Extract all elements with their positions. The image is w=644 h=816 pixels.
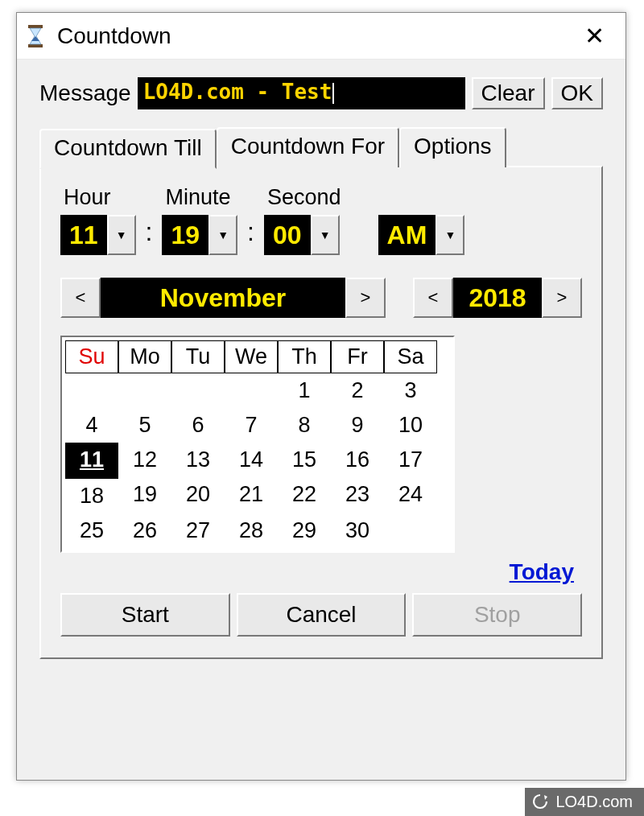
chevron-right-icon: > — [557, 287, 568, 308]
minute-label: Minute — [162, 185, 230, 210]
bottom-button-row: Start Cancel Stop — [60, 593, 582, 637]
second-combo[interactable]: 00 ▼ — [264, 215, 340, 255]
message-input[interactable]: LO4D.com - Test — [138, 77, 465, 109]
second-label: Second — [264, 185, 341, 210]
calendar-day-header: We — [225, 340, 278, 373]
calendar-day[interactable]: 26 — [118, 513, 171, 548]
dialog-content: Message LO4D.com - Test Clear OK Countdo… — [17, 60, 625, 677]
hour-column: Hour 11 ▼ — [60, 185, 136, 255]
message-value: LO4D.com - Test — [143, 80, 332, 104]
tab-options[interactable]: Options — [399, 127, 506, 167]
calendar-day[interactable]: 18 — [65, 477, 118, 513]
calendar-day[interactable]: 21 — [225, 477, 278, 513]
titlebar: Countdown ✕ — [17, 13, 625, 60]
calendar-day[interactable]: 10 — [384, 408, 437, 443]
message-label: Message — [39, 80, 131, 106]
colon-separator: : — [246, 217, 256, 255]
calendar-day-header: Fr — [331, 340, 384, 373]
calendar-day[interactable]: 7 — [225, 408, 278, 443]
calendar-day[interactable]: 13 — [171, 443, 225, 477]
calendar: SuMoTuWeThFrSa12345678910111213141516171… — [60, 336, 455, 553]
hour-value: 11 — [60, 215, 107, 255]
minute-column: Minute 19 ▼ — [162, 185, 237, 255]
clear-button[interactable]: Clear — [472, 77, 545, 109]
tab-countdown-for[interactable]: Countdown For — [217, 127, 399, 167]
calendar-day[interactable]: 2 — [331, 373, 384, 408]
year-next-button[interactable]: > — [542, 278, 582, 318]
calendar-day-header: Th — [278, 340, 331, 373]
year-prev-button[interactable]: < — [413, 278, 453, 318]
second-value: 00 — [264, 215, 311, 255]
today-link[interactable]: Today — [510, 559, 574, 584]
ampm-value: AM — [378, 215, 436, 255]
month-year-row: < November > < 2018 > — [60, 278, 582, 318]
stop-button: Stop — [412, 593, 582, 637]
hour-dropdown-button[interactable]: ▼ — [107, 215, 136, 255]
tab-countdown-till[interactable]: Countdown Till — [39, 129, 217, 169]
calendar-day[interactable]: 4 — [65, 408, 118, 443]
svg-rect-1 — [28, 44, 43, 47]
calendar-day[interactable]: 29 — [278, 513, 331, 548]
chevron-right-icon: > — [361, 287, 371, 308]
ampm-dropdown-button[interactable]: ▼ — [436, 215, 464, 255]
ok-button[interactable]: OK — [551, 77, 603, 109]
calendar-day-header: Su — [65, 340, 118, 373]
calendar-day[interactable]: 12 — [118, 443, 171, 477]
calendar-day[interactable]: 8 — [278, 408, 331, 443]
hour-combo[interactable]: 11 ▼ — [60, 215, 136, 255]
second-column: Second 00 ▼ — [264, 185, 341, 255]
hourglass-icon — [27, 25, 44, 47]
calendar-day[interactable]: 25 — [65, 513, 118, 548]
calendar-day[interactable]: 19 — [118, 477, 171, 513]
calendar-day[interactable]: 28 — [225, 513, 278, 548]
ampm-combo[interactable]: AM ▼ — [378, 215, 465, 255]
time-picker-row: Hour 11 ▼ : Minute 19 — [60, 185, 582, 255]
watermark: LO4D.com — [525, 788, 644, 816]
month-prev-button[interactable]: < — [60, 278, 101, 318]
text-caret — [332, 83, 334, 104]
calendar-day[interactable]: 22 — [278, 477, 331, 513]
calendar-day[interactable]: 3 — [384, 373, 437, 408]
calendar-blank — [65, 373, 118, 408]
calendar-day[interactable]: 24 — [384, 477, 437, 513]
minute-value: 19 — [162, 215, 208, 255]
minute-combo[interactable]: 19 ▼ — [162, 215, 237, 255]
month-next-button[interactable]: > — [345, 278, 386, 318]
chevron-left-icon: < — [428, 287, 439, 308]
year-display: 2018 — [453, 278, 542, 318]
tabs: Countdown Till Countdown For Options Hou… — [39, 127, 603, 659]
calendar-blank — [171, 373, 225, 408]
calendar-day[interactable]: 30 — [331, 513, 384, 548]
calendar-day[interactable]: 5 — [118, 408, 171, 443]
countdown-dialog: Countdown ✕ Message LO4D.com - Test Clea… — [16, 12, 626, 781]
window-title: Countdown — [57, 23, 573, 49]
chevron-down-icon: ▼ — [116, 229, 127, 241]
minute-dropdown-button[interactable]: ▼ — [208, 215, 237, 255]
second-dropdown-button[interactable]: ▼ — [311, 215, 340, 255]
calendar-day[interactable]: 16 — [331, 443, 384, 477]
chevron-left-icon: < — [76, 287, 86, 308]
close-button[interactable]: ✕ — [573, 19, 616, 53]
calendar-day[interactable]: 20 — [171, 477, 225, 513]
calendar-day[interactable]: 11 — [65, 443, 118, 477]
chevron-down-icon: ▼ — [320, 229, 331, 241]
today-link-wrap: Today — [60, 559, 574, 585]
start-button[interactable]: Start — [60, 593, 230, 637]
cancel-button[interactable]: Cancel — [237, 593, 407, 637]
calendar-day[interactable]: 23 — [331, 477, 384, 513]
calendar-day[interactable]: 14 — [225, 443, 278, 477]
calendar-day[interactable]: 1 — [278, 373, 331, 408]
calendar-grid: SuMoTuWeThFrSa12345678910111213141516171… — [65, 340, 450, 548]
chevron-down-icon: ▼ — [444, 229, 456, 241]
calendar-day[interactable]: 27 — [171, 513, 225, 548]
calendar-day[interactable]: 15 — [278, 443, 331, 477]
chevron-down-icon: ▼ — [217, 229, 229, 241]
calendar-day[interactable]: 6 — [171, 408, 225, 443]
spacer — [386, 278, 413, 318]
tab-panel-till: Hour 11 ▼ : Minute 19 — [39, 166, 603, 659]
calendar-blank — [118, 373, 171, 408]
calendar-day[interactable]: 9 — [331, 408, 384, 443]
calendar-day[interactable]: 17 — [384, 443, 437, 477]
tab-strip: Countdown Till Countdown For Options — [39, 127, 603, 167]
calendar-blank — [225, 373, 278, 408]
